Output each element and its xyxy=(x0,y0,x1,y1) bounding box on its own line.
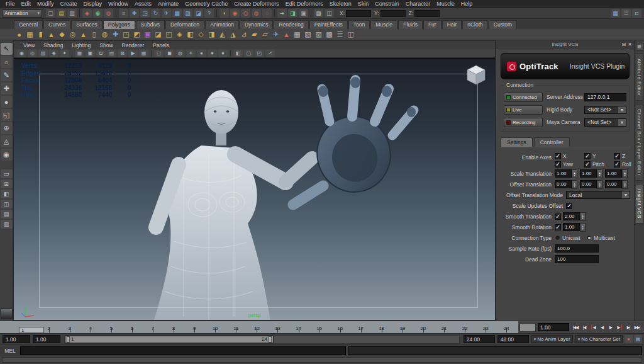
panel-toggle-icon[interactable]: ◘ xyxy=(632,9,641,18)
toolbar-icon[interactable]: ◍ xyxy=(252,9,261,18)
shelf-tool-icon[interactable]: ◪ xyxy=(153,30,164,40)
shelf-tool-icon[interactable]: ◆ xyxy=(57,30,67,40)
playback-end-field[interactable]: 24.00 xyxy=(464,335,495,343)
layout-button[interactable]: ▥ xyxy=(1,220,13,229)
toolbar-icon[interactable]: ◉ xyxy=(230,9,240,18)
toolbar-icon[interactable]: ▥ xyxy=(67,9,77,18)
frame-tick[interactable]: 23 xyxy=(475,321,496,333)
frame-tick[interactable]: 6 xyxy=(121,321,142,333)
command-input[interactable] xyxy=(20,346,346,355)
shelf-tab[interactable]: Fluids xyxy=(398,20,423,29)
dead-zone-input[interactable]: 100 xyxy=(555,255,599,263)
shelf-tool-icon[interactable]: ◮ xyxy=(228,30,238,40)
frame-tick[interactable]: 18 xyxy=(371,321,392,333)
viewport-toolbar-icon[interactable]: ▶ xyxy=(128,50,138,57)
toolbar-icon[interactable]: ◪ xyxy=(194,9,203,18)
axis-checkbox[interactable] xyxy=(584,161,591,168)
viewport-toolbar-icon[interactable]: ◼ xyxy=(165,50,174,57)
side-panel-tab[interactable]: Channel Box / Layer Editor xyxy=(636,104,643,181)
tool-button[interactable]: ◉ xyxy=(1,149,13,161)
frame-tick[interactable]: 19 xyxy=(392,321,413,333)
shelf-tab[interactable]: Rendering xyxy=(274,20,308,29)
connection-type-radio[interactable] xyxy=(586,235,592,241)
spinner-arrows-icon[interactable] xyxy=(572,169,577,178)
viewport-menu-item[interactable]: View xyxy=(19,42,39,48)
toolbar-icon[interactable]: ◉ xyxy=(93,9,103,18)
frame-tick[interactable]: 14 xyxy=(288,321,309,333)
viewport-toolbar-icon[interactable]: ▦ xyxy=(75,50,84,57)
viewport-toolbar-icon[interactable]: ◰ xyxy=(255,50,264,57)
shelf-tool-icon[interactable]: ◈ xyxy=(174,30,185,40)
frame-tick[interactable]: 8 xyxy=(164,321,184,333)
viewport-menu-item[interactable]: Panels xyxy=(148,42,174,48)
viewport-toolbar-icon[interactable]: ▣ xyxy=(86,50,95,57)
shelf-tool-icon[interactable]: ▲ xyxy=(46,30,57,40)
menu-item[interactable]: Create xyxy=(57,0,80,8)
shelf-tool-icon[interactable]: ◫ xyxy=(345,30,356,40)
panel-toggle-icon[interactable]: ☰ xyxy=(621,9,631,18)
frame-tick[interactable]: 12 xyxy=(247,321,267,333)
menu-item[interactable]: Geometry Cache xyxy=(182,0,231,8)
playback-button[interactable]: |◀ xyxy=(580,322,589,332)
menu-item[interactable]: Create Deformers xyxy=(231,0,282,8)
sample-rate-input[interactable]: 100.0 xyxy=(555,244,599,253)
menu-item[interactable]: File xyxy=(3,0,18,8)
tool-button[interactable]: ● xyxy=(1,96,13,108)
animation-end-field[interactable]: 48.00 xyxy=(497,335,529,343)
toolbar-icon[interactable]: ▩ xyxy=(314,9,323,18)
current-frame-indicator[interactable]: 1 xyxy=(19,327,44,333)
current-time-field[interactable]: 1.00 xyxy=(538,323,569,331)
viewport-menu-item[interactable]: Shading xyxy=(39,42,67,48)
anim-layer-dropdown[interactable]: ▾No Anim Layer xyxy=(531,335,573,343)
connection-field[interactable]: <Not Set>▼ xyxy=(584,118,626,127)
toolbar-icon[interactable]: ▧ xyxy=(183,9,192,18)
offset-translation-spinner[interactable]: 0.00 xyxy=(555,180,577,189)
playback-start-field[interactable]: 1.00 xyxy=(33,335,60,343)
scale-updates-offset-checkbox[interactable] xyxy=(566,203,572,209)
connection-field[interactable]: <Not Set>▼ xyxy=(584,106,626,114)
float-panel-icon[interactable]: ⊟ xyxy=(622,40,626,48)
axis-checkbox[interactable] xyxy=(555,153,561,159)
shelf-tool-icon[interactable]: ▨ xyxy=(313,30,324,40)
connection-field[interactable]: 127.0.0.1▼ xyxy=(584,93,626,101)
axis-checkbox[interactable] xyxy=(555,161,561,168)
shelf-tool-icon[interactable]: ▦ xyxy=(25,30,35,40)
tool-button[interactable]: ◱ xyxy=(1,109,13,121)
animation-start-field[interactable]: 1.00 xyxy=(3,335,30,343)
plugin-tab[interactable]: Controller xyxy=(534,137,570,147)
frame-tick[interactable]: 5 xyxy=(101,321,121,333)
menu-item[interactable]: Skeleton xyxy=(326,0,355,8)
toolbar-icon[interactable]: ◳ xyxy=(140,9,150,18)
toolbar-icon[interactable] xyxy=(116,9,116,17)
shelf-tool-icon[interactable]: ◭ xyxy=(217,30,228,40)
viewport-toolbar-icon[interactable]: ⊠ xyxy=(118,50,127,57)
axis-checkbox[interactable] xyxy=(614,161,620,168)
smooth-rotation-checkbox[interactable] xyxy=(555,224,561,230)
spinner-arrows-icon[interactable] xyxy=(622,180,628,189)
frame-tick[interactable]: 10 xyxy=(205,321,226,333)
viewport-toolbar-icon[interactable]: ◍ xyxy=(175,50,185,57)
shelf-tool-icon[interactable]: ◧ xyxy=(185,30,196,40)
shelf-tab[interactable]: Fur xyxy=(423,20,441,29)
shelf-tool-icon[interactable]: ▲ xyxy=(78,30,89,40)
layout-button[interactable]: ⊞ xyxy=(1,179,13,188)
viewport-toolbar-icon[interactable]: ◻ xyxy=(154,50,164,57)
menu-item[interactable]: Skin xyxy=(355,0,372,8)
frame-tick[interactable]: 20 xyxy=(413,321,433,333)
menu-item[interactable]: Edit Deformers xyxy=(282,0,326,8)
frame-tick[interactable]: 16 xyxy=(330,321,350,333)
shelf-tool-icon[interactable]: ▱ xyxy=(260,30,270,40)
menu-item[interactable]: Help xyxy=(458,0,476,8)
toolbar-icon[interactable]: ▤ xyxy=(57,9,66,18)
shelf-tool-icon[interactable]: ▦ xyxy=(292,30,303,40)
viewport-toolbar-icon[interactable]: ▥ xyxy=(38,50,48,57)
viewport-toolbar-icon[interactable]: ◎ xyxy=(28,50,37,57)
frame-ticks[interactable]: 123456789101112131415161718192021222324 xyxy=(18,321,517,333)
toolbar-icon[interactable]: ≡ xyxy=(119,9,128,18)
shelf-tab[interactable]: PaintEffects xyxy=(309,20,348,29)
time-slider[interactable]: 123456789101112131415161718192021222324 … xyxy=(0,321,644,333)
viewport-toolbar-icon[interactable]: ● xyxy=(218,50,228,57)
frame-tick[interactable]: 15 xyxy=(309,321,330,333)
shelf-tool-icon[interactable]: ◰ xyxy=(164,30,174,40)
toolbar-icon[interactable] xyxy=(274,9,275,17)
